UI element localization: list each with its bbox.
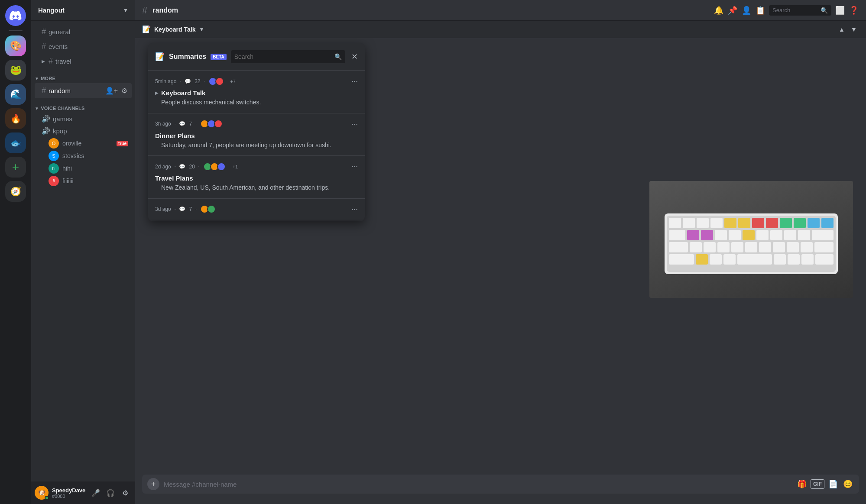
summary-more-button[interactable]: ··· xyxy=(351,162,358,171)
voice-user-fiiiiiii[interactable]: fi fiiiiiii xyxy=(35,175,132,187)
dot: · xyxy=(175,207,176,212)
more-section-header[interactable]: ▼ MORE xyxy=(31,69,135,83)
voice-channel-games[interactable]: 🔊 games xyxy=(35,113,132,125)
voice-user-oroville[interactable]: O oroville true xyxy=(35,137,132,149)
summary-time: 2d ago xyxy=(155,164,171,170)
notifications-button[interactable]: 🔔 xyxy=(714,5,724,16)
summaries-close-button[interactable]: ✕ xyxy=(351,52,358,61)
svg-rect-32 xyxy=(773,242,785,252)
add-member-button[interactable]: 👤+ xyxy=(104,86,119,96)
channel-item-events[interactable]: # events xyxy=(35,39,132,54)
section-label: VOICE CHANNELS xyxy=(41,106,84,111)
pins-button[interactable]: 📌 xyxy=(727,5,738,16)
summary-avatars xyxy=(203,162,226,171)
avatar-overflow: +7 xyxy=(230,79,236,84)
message-icon: 💬 xyxy=(179,121,185,127)
channel-sidebar: Hangout ▼ # general # events ▶ # travel … xyxy=(31,0,135,504)
user-name: stevsies xyxy=(62,152,84,159)
mic-button[interactable]: 🎤 xyxy=(89,486,103,500)
channel-item-random[interactable]: # random 👤+ ⚙ xyxy=(35,83,132,98)
message-icon: 💬 xyxy=(185,78,191,84)
svg-rect-28 xyxy=(717,242,730,252)
dot: · xyxy=(175,122,176,126)
inbox-icon-button[interactable]: ⬜ xyxy=(835,5,845,16)
channel-header: # random 🔔 📌 👤 📋 Search 🔍 ⬜ ❓ xyxy=(135,0,866,21)
keyboard-talk-bar: 📝 Keyboard Talk ▼ ▲ ▼ xyxy=(135,21,866,38)
summary-avatars xyxy=(200,205,216,213)
summary-count: 32 xyxy=(195,78,200,84)
server-header[interactable]: Hangout ▼ xyxy=(31,0,135,21)
dot: · xyxy=(198,164,200,169)
voice-user-stevsies[interactable]: S stevsies xyxy=(35,150,132,162)
summary-item-3: 2d ago · 💬 20 · +1 ··· Travel Plans xyxy=(148,156,365,199)
user-avatar: fi xyxy=(49,176,59,186)
summary-meta-2: 3h ago · 💬 7 · ··· xyxy=(155,120,358,129)
keyboard-svg xyxy=(660,200,842,278)
channel-label: travel xyxy=(55,58,71,65)
gift-button[interactable]: 🎁 xyxy=(796,478,808,490)
summary-item-1: 5min ago · 💬 32 · +7 ··· ▶ Keyboard Talk xyxy=(148,71,365,113)
summaries-search-icon: 🔍 xyxy=(334,53,342,60)
messages-area[interactable]: 📝 Summaries BETA 🔍 ✕ 5min ago · 💬 32 · xyxy=(135,38,866,475)
user-avatar: S xyxy=(49,151,59,161)
inbox-button[interactable]: 📋 xyxy=(755,5,765,16)
svg-rect-43 xyxy=(801,254,814,265)
user-avatar: 🐶 xyxy=(35,486,49,500)
voice-channel-kpop[interactable]: 🔊 kpop xyxy=(35,125,132,137)
members-button[interactable]: 👤 xyxy=(741,5,752,16)
summary-more-button[interactable]: ··· xyxy=(351,205,358,214)
collapse-up-button[interactable]: ▲ xyxy=(837,24,847,35)
svg-rect-11 xyxy=(794,218,806,228)
summary-count: 20 xyxy=(189,164,195,170)
svg-rect-33 xyxy=(787,242,799,252)
add-attachment-button[interactable]: + xyxy=(147,478,159,490)
svg-rect-23 xyxy=(798,230,810,240)
section-label: MORE xyxy=(41,76,55,81)
summary-more-button[interactable]: ··· xyxy=(351,120,358,129)
keyboard-talk-name: Keyboard Talk xyxy=(154,26,195,33)
svg-rect-21 xyxy=(770,230,782,240)
svg-rect-24 xyxy=(812,230,834,240)
help-button[interactable]: ❓ xyxy=(849,5,859,16)
keyboard-talk-dropdown[interactable]: ▼ xyxy=(199,26,204,32)
summary-topic: Dinner Plans xyxy=(155,132,195,139)
channel-item-general[interactable]: # general xyxy=(35,25,132,39)
headphones-button[interactable]: 🎧 xyxy=(104,486,117,500)
server-icon-4[interactable]: 🔥 xyxy=(5,108,26,129)
summary-more-button[interactable]: ··· xyxy=(351,77,358,86)
sticker-button[interactable]: 📄 xyxy=(827,478,839,490)
expand-down-button[interactable]: ▼ xyxy=(849,24,859,35)
message-input[interactable] xyxy=(164,481,791,488)
user-name: fiiiiiii xyxy=(62,178,74,184)
message-input-bar: + 🎁 GIF 📄 😊 xyxy=(142,475,859,494)
keyboard-talk-actions: ▲ ▼ xyxy=(837,24,859,35)
discover-button[interactable]: 🧭 xyxy=(5,181,26,202)
server-icon-1[interactable]: 🎨 xyxy=(5,36,26,56)
channel-label: random xyxy=(49,87,71,94)
voice-user-hihi[interactable]: hi hihi xyxy=(35,162,132,174)
svg-rect-37 xyxy=(696,254,708,265)
svg-rect-34 xyxy=(801,242,813,252)
section-arrow-icon: ▼ xyxy=(35,76,39,81)
server-icon-5[interactable]: 🐟 xyxy=(5,132,26,153)
gif-button[interactable]: GIF xyxy=(811,479,824,489)
discord-home-button[interactable] xyxy=(5,5,26,26)
avatar-2 xyxy=(207,205,216,213)
user-panel-actions: 🎤 🎧 ⚙ xyxy=(89,486,132,500)
server-icon-3[interactable]: 🌊 xyxy=(5,84,26,105)
voice-channels-section[interactable]: ▼ VOICE CHANNELS xyxy=(31,99,135,113)
channel-item-travel[interactable]: ▶ # travel xyxy=(35,54,132,68)
header-search[interactable]: Search 🔍 xyxy=(769,5,831,16)
settings-button[interactable]: ⚙ xyxy=(118,486,132,500)
channel-settings-button[interactable]: ⚙ xyxy=(120,86,128,96)
svg-rect-6 xyxy=(724,218,736,228)
server-icon-2[interactable]: 🐸 xyxy=(5,60,26,81)
emoji-button[interactable]: 😊 xyxy=(842,478,854,490)
summaries-search[interactable]: 🔍 xyxy=(231,50,345,63)
live-badge: true xyxy=(117,141,128,146)
summary-meta-4: 3d ago · 💬 7 · ··· xyxy=(155,205,358,214)
summaries-search-input[interactable] xyxy=(234,53,332,60)
add-server-button[interactable]: + xyxy=(5,157,26,178)
channel-list: # general # events ▶ # travel ▼ MORE # r… xyxy=(31,21,135,481)
svg-rect-25 xyxy=(669,242,688,252)
